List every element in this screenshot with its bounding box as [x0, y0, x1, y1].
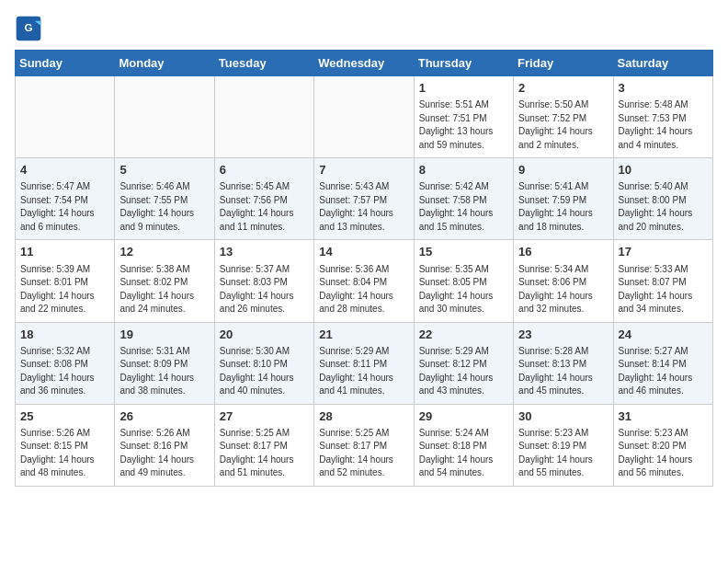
day-number: 24 — [619, 327, 708, 343]
page-header: G — [15, 15, 713, 42]
calendar-cell: 24Sunrise: 5:27 AMSunset: 8:14 PMDayligh… — [613, 322, 712, 404]
day-info: Sunrise: 5:29 AMSunset: 8:12 PMDaylight:… — [419, 345, 508, 398]
calendar-cell: 11Sunrise: 5:39 AMSunset: 8:01 PMDayligh… — [16, 240, 115, 322]
day-info: Sunrise: 5:23 AMSunset: 8:20 PMDaylight:… — [619, 427, 708, 480]
day-info: Sunrise: 5:48 AMSunset: 7:53 PMDaylight:… — [619, 98, 708, 152]
col-header-sunday: Sunday — [16, 51, 115, 76]
day-number: 26 — [119, 408, 209, 425]
col-header-wednesday: Wednesday — [314, 51, 414, 76]
calendar-cell: 23Sunrise: 5:28 AMSunset: 8:13 PMDayligh… — [514, 322, 613, 404]
day-info: Sunrise: 5:36 AMSunset: 8:04 PMDaylight:… — [319, 263, 408, 316]
calendar-cell: 25Sunrise: 5:26 AMSunset: 8:15 PMDayligh… — [16, 404, 115, 486]
calendar-header-row: SundayMondayTuesdayWednesdayThursdayFrid… — [16, 51, 713, 76]
day-number: 7 — [319, 162, 408, 178]
col-header-tuesday: Tuesday — [214, 51, 313, 76]
day-number: 29 — [419, 408, 508, 425]
day-info: Sunrise: 5:26 AMSunset: 8:15 PMDaylight:… — [20, 427, 109, 480]
calendar-week-row: 18Sunrise: 5:32 AMSunset: 8:08 PMDayligh… — [16, 322, 713, 404]
day-number: 11 — [20, 244, 109, 260]
day-number: 15 — [419, 244, 508, 260]
day-number: 14 — [319, 244, 408, 260]
day-number: 1 — [419, 80, 508, 97]
calendar-cell: 18Sunrise: 5:32 AMSunset: 8:08 PMDayligh… — [16, 322, 115, 404]
calendar-cell: 19Sunrise: 5:31 AMSunset: 8:09 PMDayligh… — [115, 322, 214, 404]
calendar-cell: 21Sunrise: 5:29 AMSunset: 8:11 PMDayligh… — [314, 322, 414, 404]
day-info: Sunrise: 5:40 AMSunset: 8:00 PMDaylight:… — [619, 180, 708, 234]
calendar-week-row: 11Sunrise: 5:39 AMSunset: 8:01 PMDayligh… — [16, 240, 713, 322]
day-info: Sunrise: 5:32 AMSunset: 8:08 PMDaylight:… — [20, 345, 109, 398]
day-info: Sunrise: 5:27 AMSunset: 8:14 PMDaylight:… — [619, 345, 708, 398]
col-header-saturday: Saturday — [613, 51, 712, 76]
day-info: Sunrise: 5:34 AMSunset: 8:06 PMDaylight:… — [518, 263, 608, 316]
calendar-week-row: 1Sunrise: 5:51 AMSunset: 7:51 PMDaylight… — [16, 76, 713, 158]
day-number: 10 — [619, 162, 708, 178]
calendar-cell: 20Sunrise: 5:30 AMSunset: 8:10 PMDayligh… — [214, 322, 313, 404]
day-number: 25 — [20, 408, 109, 425]
day-info: Sunrise: 5:33 AMSunset: 8:07 PMDaylight:… — [619, 263, 708, 316]
calendar-cell: 27Sunrise: 5:25 AMSunset: 8:17 PMDayligh… — [214, 404, 313, 486]
day-info: Sunrise: 5:45 AMSunset: 7:56 PMDaylight:… — [220, 180, 309, 234]
day-info: Sunrise: 5:26 AMSunset: 8:16 PMDaylight:… — [119, 427, 209, 480]
calendar-cell: 10Sunrise: 5:40 AMSunset: 8:00 PMDayligh… — [613, 158, 712, 240]
calendar-cell: 31Sunrise: 5:23 AMSunset: 8:20 PMDayligh… — [613, 404, 712, 486]
calendar-cell — [16, 76, 115, 158]
logo-icon: G — [15, 15, 42, 42]
day-number: 30 — [518, 408, 608, 425]
calendar-cell — [115, 76, 214, 158]
day-number: 13 — [220, 244, 309, 260]
day-info: Sunrise: 5:25 AMSunset: 8:17 PMDaylight:… — [319, 427, 408, 480]
calendar-cell: 12Sunrise: 5:38 AMSunset: 8:02 PMDayligh… — [115, 240, 214, 322]
calendar-cell: 5Sunrise: 5:46 AMSunset: 7:55 PMDaylight… — [115, 158, 214, 240]
calendar-week-row: 4Sunrise: 5:47 AMSunset: 7:54 PMDaylight… — [16, 158, 713, 240]
col-header-friday: Friday — [514, 51, 613, 76]
day-info: Sunrise: 5:39 AMSunset: 8:01 PMDaylight:… — [20, 263, 109, 316]
day-number: 27 — [220, 408, 309, 425]
day-info: Sunrise: 5:31 AMSunset: 8:09 PMDaylight:… — [119, 345, 209, 398]
calendar-cell: 14Sunrise: 5:36 AMSunset: 8:04 PMDayligh… — [314, 240, 414, 322]
day-info: Sunrise: 5:35 AMSunset: 8:05 PMDaylight:… — [419, 263, 508, 316]
day-info: Sunrise: 5:46 AMSunset: 7:55 PMDaylight:… — [119, 180, 209, 234]
calendar-week-row: 25Sunrise: 5:26 AMSunset: 8:15 PMDayligh… — [16, 404, 713, 486]
day-info: Sunrise: 5:25 AMSunset: 8:17 PMDaylight:… — [220, 427, 309, 480]
calendar-cell: 6Sunrise: 5:45 AMSunset: 7:56 PMDaylight… — [214, 158, 313, 240]
calendar-cell: 26Sunrise: 5:26 AMSunset: 8:16 PMDayligh… — [115, 404, 214, 486]
calendar-cell: 22Sunrise: 5:29 AMSunset: 8:12 PMDayligh… — [414, 322, 513, 404]
calendar-cell: 4Sunrise: 5:47 AMSunset: 7:54 PMDaylight… — [16, 158, 115, 240]
calendar-cell: 7Sunrise: 5:43 AMSunset: 7:57 PMDaylight… — [314, 158, 414, 240]
day-number: 17 — [619, 244, 708, 260]
day-number: 20 — [220, 327, 309, 343]
day-info: Sunrise: 5:47 AMSunset: 7:54 PMDaylight:… — [20, 180, 109, 234]
day-info: Sunrise: 5:23 AMSunset: 8:19 PMDaylight:… — [518, 427, 608, 480]
calendar-cell: 8Sunrise: 5:42 AMSunset: 7:58 PMDaylight… — [414, 158, 513, 240]
calendar-cell: 28Sunrise: 5:25 AMSunset: 8:17 PMDayligh… — [314, 404, 414, 486]
calendar-cell: 30Sunrise: 5:23 AMSunset: 8:19 PMDayligh… — [514, 404, 613, 486]
calendar-cell: 15Sunrise: 5:35 AMSunset: 8:05 PMDayligh… — [414, 240, 513, 322]
calendar-cell: 3Sunrise: 5:48 AMSunset: 7:53 PMDaylight… — [613, 76, 712, 158]
calendar-cell: 13Sunrise: 5:37 AMSunset: 8:03 PMDayligh… — [214, 240, 313, 322]
calendar-cell: 9Sunrise: 5:41 AMSunset: 7:59 PMDaylight… — [514, 158, 613, 240]
calendar-cell: 29Sunrise: 5:24 AMSunset: 8:18 PMDayligh… — [414, 404, 513, 486]
day-info: Sunrise: 5:42 AMSunset: 7:58 PMDaylight:… — [419, 180, 508, 234]
day-info: Sunrise: 5:41 AMSunset: 7:59 PMDaylight:… — [518, 180, 608, 234]
day-number: 22 — [419, 327, 508, 343]
col-header-monday: Monday — [115, 51, 214, 76]
day-number: 21 — [319, 327, 408, 343]
day-number: 2 — [518, 80, 608, 97]
day-number: 8 — [419, 162, 508, 178]
day-number: 4 — [20, 162, 109, 178]
day-number: 3 — [619, 80, 708, 97]
day-info: Sunrise: 5:24 AMSunset: 8:18 PMDaylight:… — [419, 427, 508, 480]
day-info: Sunrise: 5:37 AMSunset: 8:03 PMDaylight:… — [220, 263, 309, 316]
day-number: 16 — [518, 244, 608, 260]
day-number: 23 — [518, 327, 608, 343]
day-info: Sunrise: 5:30 AMSunset: 8:10 PMDaylight:… — [220, 345, 309, 398]
calendar-cell — [314, 76, 414, 158]
col-header-thursday: Thursday — [414, 51, 513, 76]
day-number: 9 — [518, 162, 608, 178]
day-number: 28 — [319, 408, 408, 425]
day-number: 19 — [119, 327, 209, 343]
calendar-cell: 16Sunrise: 5:34 AMSunset: 8:06 PMDayligh… — [514, 240, 613, 322]
day-number: 12 — [119, 244, 209, 260]
calendar-table: SundayMondayTuesdayWednesdayThursdayFrid… — [15, 50, 713, 487]
calendar-cell — [214, 76, 313, 158]
